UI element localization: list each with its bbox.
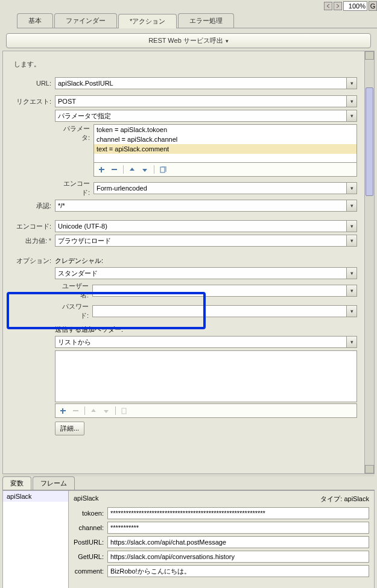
- tab-frames[interactable]: フレーム: [33, 476, 75, 490]
- zoom-field[interactable]: [343, 1, 367, 11]
- form-panel: します。 URL: リクエスト: パラメ: [2, 51, 365, 474]
- copy-icon[interactable]: [159, 166, 167, 174]
- tab-finder[interactable]: ファインダー: [54, 13, 117, 28]
- credential-dropdown-button[interactable]: [346, 267, 357, 279]
- vd-channel-label: channel:: [74, 524, 107, 531]
- list-item[interactable]: text = apiSlack.comment: [94, 144, 356, 154]
- vertical-scrollbar[interactable]: [365, 51, 375, 474]
- move-down-icon[interactable]: [141, 166, 149, 174]
- vd-tokoen-label: tokoen:: [74, 510, 107, 517]
- url-label: URL:: [8, 80, 55, 87]
- move-up-icon[interactable]: [128, 166, 136, 174]
- parameter-label: パラメータ:: [55, 124, 93, 142]
- leading-text: します。: [14, 60, 360, 69]
- username-dropdown-button[interactable]: [346, 285, 357, 297]
- top-tab-bar: 基本 ファインダー *アクション エラー処理: [17, 13, 377, 28]
- variable-type: タイプ: apiSlack: [320, 495, 369, 504]
- move-up-icon[interactable]: [90, 407, 98, 415]
- vd-postiurl-label: PostIURL:: [74, 539, 107, 546]
- url-input[interactable]: [55, 77, 346, 89]
- add-icon[interactable]: [59, 407, 67, 415]
- encode-label: エンコード:: [55, 179, 93, 197]
- password-input[interactable]: [92, 305, 346, 317]
- output-select[interactable]: [55, 235, 346, 247]
- details-button[interactable]: 詳細...: [55, 422, 84, 435]
- headers-source-select[interactable]: [55, 336, 346, 348]
- parameter-toolbar: [93, 163, 357, 177]
- vd-geturl-label: GetURL:: [74, 553, 107, 560]
- encode2-dropdown-button[interactable]: [346, 220, 357, 232]
- accept-input[interactable]: [55, 200, 346, 212]
- vd-geturl-input[interactable]: [107, 551, 369, 563]
- vd-comment-label: comment:: [74, 567, 107, 575]
- tab-basic[interactable]: 基本: [17, 13, 53, 28]
- additional-headers-label: 送信する追加ヘッダー:: [55, 325, 360, 334]
- param-spec-dropdown-button[interactable]: [346, 110, 357, 122]
- encode-select[interactable]: [93, 182, 346, 194]
- vd-tokoen-input[interactable]: [107, 507, 369, 519]
- vd-comment-input[interactable]: [107, 565, 369, 577]
- vd-channel-input[interactable]: [107, 522, 369, 534]
- remove-icon[interactable]: [110, 166, 118, 174]
- headers-toolbar: [55, 403, 357, 418]
- tab-action[interactable]: *アクション: [118, 14, 177, 28]
- param-spec-select[interactable]: [55, 110, 346, 122]
- accept-label: 承認:: [8, 201, 55, 210]
- accept-dropdown-button[interactable]: [346, 200, 357, 212]
- encode2-select[interactable]: [55, 220, 346, 232]
- list-item[interactable]: channel = apiSlack.channel: [94, 134, 356, 144]
- action-type-dropdown[interactable]: REST Web サービス呼出 ▾: [6, 33, 371, 48]
- username-input[interactable]: [92, 285, 346, 297]
- credential-select[interactable]: [55, 267, 346, 279]
- remove-icon[interactable]: [72, 407, 80, 415]
- chevron-down-icon: ▾: [226, 38, 229, 44]
- bottom-tab-bar: 変数 フレーム: [2, 476, 375, 490]
- action-type-label: REST Web サービス呼出: [148, 36, 223, 45]
- request-method-select[interactable]: [55, 95, 346, 107]
- request-method-dropdown-button[interactable]: [346, 95, 357, 107]
- copy-icon[interactable]: [121, 407, 128, 415]
- variable-list[interactable]: apiSlack: [2, 490, 69, 588]
- credential-label: クレデンシャル:: [55, 256, 360, 265]
- headers-source-dropdown-button[interactable]: [346, 336, 357, 348]
- vd-postiurl-input[interactable]: [107, 536, 369, 548]
- zoom-graphics-button[interactable]: G: [369, 1, 377, 11]
- encode-dropdown-button[interactable]: [346, 182, 357, 194]
- output-dropdown-button[interactable]: [346, 235, 357, 247]
- zoom-next-button[interactable]: [334, 2, 342, 10]
- tab-variables[interactable]: 変数: [2, 476, 31, 490]
- request-label: リクエスト:: [8, 97, 55, 106]
- svg-rect-1: [122, 408, 126, 414]
- password-dropdown-button[interactable]: [346, 305, 357, 317]
- variable-name: apiSlack: [74, 495, 99, 504]
- encode2-label: エンコード:: [8, 222, 55, 231]
- zoom-prev-button[interactable]: [324, 2, 332, 10]
- url-dropdown-button[interactable]: [346, 77, 357, 89]
- username-label: ユーザー名:: [55, 282, 92, 300]
- tab-error[interactable]: エラー処理: [178, 13, 234, 28]
- options-label: オプション:: [8, 256, 55, 265]
- add-icon[interactable]: [98, 166, 106, 174]
- parameter-list[interactable]: token = apiSlack.tokoen channel = apiSla…: [93, 124, 357, 163]
- password-label: パスワード:: [55, 302, 92, 320]
- output-label: 出力値: *: [8, 236, 55, 245]
- headers-textarea[interactable]: [55, 350, 357, 402]
- move-down-icon[interactable]: [103, 407, 110, 415]
- list-item[interactable]: token = apiSlack.tokoen: [94, 125, 356, 134]
- list-item[interactable]: apiSlack: [3, 491, 68, 502]
- svg-rect-0: [160, 167, 165, 172]
- variable-detail-panel: apiSlack タイプ: apiSlack tokoen: channel: …: [69, 490, 375, 588]
